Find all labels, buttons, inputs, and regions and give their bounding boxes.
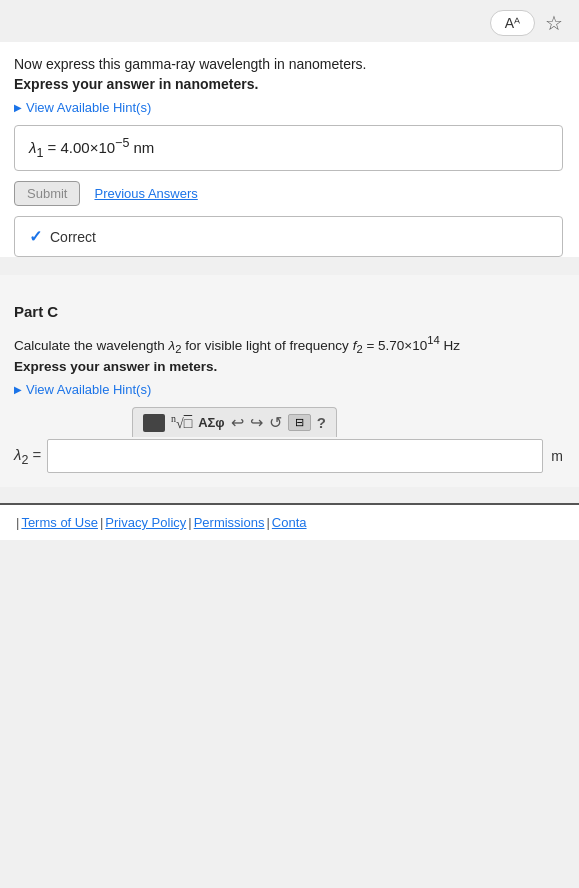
previous-answers-link[interactable]: Previous Answers [94, 186, 197, 201]
footer-sep-4: | [266, 515, 269, 530]
permissions-link[interactable]: Permissions [194, 515, 265, 530]
star-button[interactable]: ☆ [545, 11, 563, 35]
redo-button[interactable]: ↪ [250, 413, 263, 432]
submit-button[interactable]: Submit [14, 181, 80, 206]
part-b-instruction: Now express this gamma-ray wavelength in… [14, 56, 563, 72]
part-c-section: Part C Calculate the wavelength λ2 for v… [0, 275, 579, 487]
answer-display-box: λ1 = 4.00×10−5 nm [14, 125, 563, 171]
privacy-policy-link[interactable]: Privacy Policy [105, 515, 186, 530]
submit-row: Submit Previous Answers [14, 181, 563, 206]
hint-link-b[interactable]: View Available Hint(s) [14, 100, 563, 115]
terms-of-use-link[interactable]: Terms of Use [21, 515, 98, 530]
font-size-button[interactable]: Aᴬ [490, 10, 535, 36]
expand-button[interactable]: ⊟ [288, 414, 311, 431]
footer-sep-1: | [16, 515, 19, 530]
footer: | Terms of Use | Privacy Policy | Permis… [0, 505, 579, 540]
part-c-header: Part C [14, 303, 563, 320]
lambda-label: λ2 = [14, 446, 41, 467]
help-button[interactable]: ? [317, 414, 326, 431]
refresh-button[interactable]: ↺ [269, 413, 282, 432]
answer-text: λ1 = 4.00×10−5 nm [29, 136, 154, 160]
part-c-instruction-bold: Express your answer in meters. [14, 359, 563, 374]
check-icon: ✓ [29, 227, 42, 246]
lambda2-input[interactable] [47, 439, 543, 473]
input-row: λ2 = m [14, 439, 563, 473]
part-c-instruction: Calculate the wavelength λ2 for visible … [14, 334, 563, 355]
hint-link-c[interactable]: View Available Hint(s) [14, 382, 563, 397]
top-bar: Aᴬ ☆ [0, 0, 579, 42]
greek-button[interactable]: ΑΣφ [198, 415, 225, 430]
footer-sep-2: | [100, 515, 103, 530]
sqrt-button[interactable]: n√□ [171, 413, 192, 432]
contact-link[interactable]: Conta [272, 515, 307, 530]
correct-box: ✓ Correct [14, 216, 563, 257]
answer-toolbar: n√□ ΑΣφ ↩ ↪ ↺ ⊟ ? [132, 407, 337, 437]
correct-label: Correct [50, 229, 96, 245]
palette-icon[interactable] [143, 414, 165, 432]
unit-label: m [551, 448, 563, 464]
footer-sep-3: | [188, 515, 191, 530]
part-b-instruction-bold: Express your answer in nanometers. [14, 76, 563, 92]
main-content: Now express this gamma-ray wavelength in… [0, 42, 579, 257]
undo-button[interactable]: ↩ [231, 413, 244, 432]
